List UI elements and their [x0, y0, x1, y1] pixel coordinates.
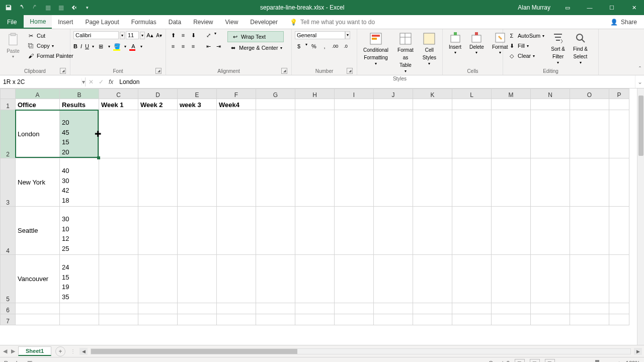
name-box-input[interactable]	[0, 77, 82, 86]
cell[interactable]	[452, 303, 492, 314]
ribbon-options-icon[interactable]: ▭	[557, 0, 578, 15]
cell[interactable]	[60, 303, 99, 314]
page-break-view-icon[interactable]: ▥	[545, 359, 555, 363]
column-header[interactable]: O	[570, 89, 609, 99]
cell[interactable]	[570, 303, 609, 314]
redo-icon[interactable]	[30, 3, 39, 12]
cell[interactable]	[570, 158, 609, 207]
cell[interactable]	[295, 207, 335, 255]
normal-view-icon[interactable]: ▦	[515, 359, 525, 363]
cell[interactable]	[99, 207, 138, 255]
select-all-corner[interactable]	[1, 89, 16, 99]
cell[interactable]	[295, 99, 335, 110]
cell[interactable]	[256, 110, 295, 158]
cell[interactable]	[570, 207, 609, 255]
cell[interactable]	[492, 99, 531, 110]
cell[interactable]	[217, 158, 256, 207]
maximize-button[interactable]: ☐	[602, 0, 622, 15]
cell[interactable]	[570, 99, 609, 110]
cell[interactable]	[138, 303, 178, 314]
share-button[interactable]: 👤Share	[603, 15, 644, 29]
cell[interactable]	[374, 303, 413, 314]
column-header[interactable]: M	[492, 89, 531, 99]
cell[interactable]: 30 10 12 25	[60, 207, 99, 255]
column-header[interactable]: P	[609, 89, 629, 99]
row-header[interactable]: 5	[1, 255, 16, 303]
align-middle-icon[interactable]: ≡	[179, 31, 187, 39]
cell[interactable]	[99, 158, 138, 207]
format-painter-button[interactable]: 🖌Format Painter	[25, 51, 75, 60]
fill-handle[interactable]	[97, 156, 100, 159]
collapse-ribbon-icon[interactable]: ˆ	[639, 66, 641, 73]
macro-record-icon[interactable]: ▣	[27, 359, 32, 362]
sheet-nav-next-icon[interactable]: ▶	[11, 348, 15, 354]
cell[interactable]: Week 1	[99, 99, 138, 110]
align-left-icon[interactable]: ≡	[169, 42, 177, 50]
cell[interactable]	[413, 158, 452, 207]
fill-color-button[interactable]: 🪣	[113, 42, 121, 50]
tab-data[interactable]: Data	[163, 15, 187, 29]
increase-indent-icon[interactable]: ⇥	[214, 42, 222, 50]
row-header[interactable]: 4	[1, 207, 16, 255]
touch-mode-icon[interactable]	[69, 3, 78, 12]
column-header[interactable]: G	[256, 89, 295, 99]
cancel-formula-icon[interactable]: ✕	[89, 78, 94, 85]
cell[interactable]	[138, 158, 178, 207]
horizontal-scrollbar[interactable]	[91, 348, 631, 354]
cell[interactable]	[609, 110, 629, 158]
qat-customize-icon[interactable]: ▾	[83, 3, 92, 12]
cell[interactable]	[178, 110, 217, 158]
cell[interactable]	[217, 255, 256, 303]
cell[interactable]	[531, 99, 570, 110]
cell[interactable]	[492, 207, 531, 255]
tab-insert[interactable]: Insert	[52, 15, 79, 29]
cell[interactable]	[374, 158, 413, 207]
cell[interactable]	[295, 158, 335, 207]
tell-me-search[interactable]: 💡Tell me what you want to do	[284, 15, 381, 29]
cell[interactable]	[138, 110, 178, 158]
cell[interactable]	[609, 99, 629, 110]
paste-button[interactable]: Paste▾	[3, 31, 23, 60]
align-bottom-icon[interactable]: ⬇	[189, 31, 197, 39]
increase-decimal-icon[interactable]: .00	[331, 42, 339, 50]
cell[interactable]: Week4	[217, 99, 256, 110]
cell[interactable]	[99, 255, 138, 303]
close-button[interactable]: ✕	[624, 0, 644, 15]
decrease-font-icon[interactable]: A▾	[155, 31, 163, 39]
wrap-text-button[interactable]: ↩Wrap Text	[227, 31, 284, 42]
minimize-button[interactable]: —	[580, 0, 600, 15]
align-top-icon[interactable]: ⬆	[169, 31, 177, 39]
cell[interactable]: 24 15 19 35	[60, 255, 99, 303]
orientation-icon[interactable]: ⤢	[204, 31, 212, 39]
font-name-dropdown[interactable]: ▾	[120, 32, 125, 39]
copy-button[interactable]: ⿻Copy▾	[25, 41, 75, 50]
cell[interactable]	[178, 158, 217, 207]
cell[interactable]: Seattle	[16, 207, 60, 255]
format-as-table-button[interactable]: Format as Table▾	[393, 31, 418, 75]
row-header[interactable]: 2	[1, 110, 16, 158]
cell[interactable]	[374, 255, 413, 303]
delete-cells-button[interactable]: Delete▾	[466, 31, 487, 56]
tab-page-layout[interactable]: Page Layout	[79, 15, 125, 29]
cell[interactable]	[452, 99, 492, 110]
alignment-dialog-launcher[interactable]: ◢	[281, 68, 287, 74]
column-header[interactable]: C	[99, 89, 138, 99]
undo-icon[interactable]	[17, 3, 26, 12]
cell[interactable]	[138, 207, 178, 255]
cell[interactable]	[570, 314, 609, 325]
cell[interactable]	[335, 255, 374, 303]
sheet-nav-prev-icon[interactable]: ◀	[3, 348, 7, 354]
cell[interactable]	[609, 314, 629, 325]
cell[interactable]	[492, 303, 531, 314]
clear-button[interactable]: ◇Clear▾	[506, 51, 546, 60]
cell[interactable]	[335, 314, 374, 325]
autosum-button[interactable]: ΣAutoSum▾	[506, 31, 546, 40]
cell[interactable]: Results	[60, 99, 99, 110]
cell[interactable]	[295, 303, 335, 314]
cell[interactable]	[531, 314, 570, 325]
cell[interactable]	[374, 110, 413, 158]
cell[interactable]	[492, 158, 531, 207]
cell[interactable]	[295, 110, 335, 158]
sort-filter-button[interactable]: Sort & Filter▾	[548, 31, 568, 66]
column-header[interactable]: H	[295, 89, 335, 99]
